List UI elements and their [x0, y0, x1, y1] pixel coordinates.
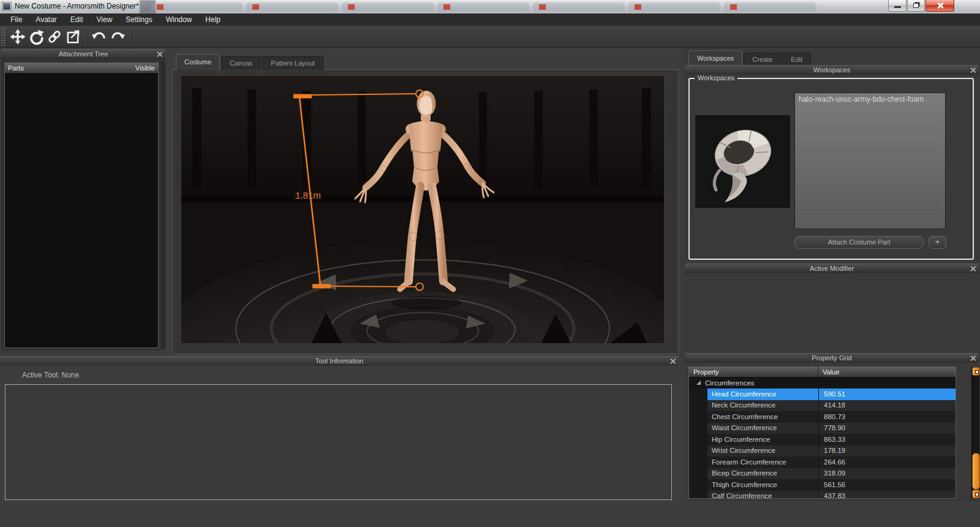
- property-row[interactable]: Hip Circumference 863.33: [689, 434, 956, 445]
- property-row[interactable]: Wrist Circumference 178.19: [689, 445, 956, 457]
- close-icon: [937, 2, 943, 9]
- property-name[interactable]: Head Circumference: [707, 389, 818, 400]
- title-bar[interactable]: New Costume - Armorsmith Designer*: [0, 0, 980, 13]
- move-tool-button[interactable]: [9, 28, 27, 46]
- close-panel-icon[interactable]: [970, 266, 976, 271]
- property-name[interactable]: Bicep Circumference: [707, 468, 818, 480]
- menu-help[interactable]: Help: [198, 14, 227, 25]
- property-value[interactable]: 880.73: [818, 411, 956, 423]
- close-panel-icon[interactable]: [970, 355, 976, 361]
- background-tab-favicon: [443, 4, 450, 10]
- close-button[interactable]: [925, 0, 954, 12]
- workspace-list-item[interactable]: halo-reach-unsc-army-bdu-chest-foam: [795, 93, 945, 105]
- background-browser-tab: [724, 2, 816, 12]
- rotate-tool-button[interactable]: [27, 28, 45, 46]
- parts-column-header[interactable]: Parts: [8, 64, 24, 72]
- menu-window[interactable]: Window: [159, 14, 199, 25]
- add-workspace-button[interactable]: +: [929, 236, 946, 249]
- value-column-header[interactable]: Value: [818, 367, 956, 377]
- tool-information-header[interactable]: Tool Information: [0, 356, 679, 366]
- application-window: New Costume - Armorsmith Designer* File …: [0, 0, 980, 527]
- scrollbar-thumb[interactable]: [972, 453, 980, 490]
- close-panel-icon[interactable]: [670, 358, 676, 364]
- link-tool-button[interactable]: [45, 28, 64, 46]
- property-value[interactable]: 318.09: [818, 468, 956, 480]
- window-title: New Costume - Armorsmith Designer*: [15, 2, 139, 10]
- background-browser-tab: [342, 2, 434, 12]
- toolbar: [0, 26, 980, 48]
- minimize-button[interactable]: [888, 0, 907, 12]
- menu-edit[interactable]: Edit: [64, 14, 90, 25]
- property-value[interactable]: 863.33: [818, 434, 956, 445]
- attachment-tree-header[interactable]: Attachment Tree: [1, 49, 165, 59]
- menu-view[interactable]: View: [90, 14, 119, 25]
- property-grid-columns: Property Value: [689, 367, 956, 377]
- scroll-down-button[interactable]: [972, 490, 980, 498]
- redo-button[interactable]: [108, 28, 127, 46]
- property-row[interactable]: Thigh Circumference 561.56: [689, 479, 956, 491]
- toolbar-gripper[interactable]: [0, 26, 5, 47]
- property-value[interactable]: 437.83: [818, 491, 956, 499]
- property-value[interactable]: 178.19: [818, 445, 956, 457]
- tab-costume[interactable]: Costume: [176, 54, 220, 70]
- workspace-thumbnail[interactable]: [695, 115, 790, 208]
- menu-file[interactable]: File: [4, 14, 29, 25]
- property-name[interactable]: Neck Circumference: [707, 400, 818, 412]
- property-row[interactable]: Head Circumference 590.51: [689, 389, 956, 400]
- menu-avatar[interactable]: Avatar: [29, 14, 63, 25]
- tab-create[interactable]: Create: [744, 53, 781, 66]
- 3d-viewport[interactable]: 1.81m: [181, 76, 664, 343]
- restore-icon: [913, 3, 919, 8]
- property-name[interactable]: Wrist Circumference: [707, 445, 818, 457]
- property-grid-header[interactable]: Property Grid: [685, 353, 979, 363]
- tab-pattern-layout[interactable]: Pattern Layout: [262, 56, 323, 70]
- property-value[interactable]: 778.90: [818, 423, 956, 434]
- attachment-tree-table[interactable]: Parts Visible: [4, 63, 159, 348]
- menu-settings[interactable]: Settings: [119, 14, 159, 25]
- restore-button[interactable]: [907, 0, 925, 12]
- property-row[interactable]: Forearm Circumference 264.66: [689, 457, 956, 468]
- property-row[interactable]: Chest Circumference 880.73: [689, 411, 956, 423]
- active-tool-label: Active Tool: None: [22, 371, 79, 379]
- rotate-icon: [28, 29, 44, 45]
- property-row[interactable]: Waist Circumference 778.90: [689, 423, 956, 434]
- link-icon: [47, 29, 62, 45]
- property-grid-scrollbar[interactable]: [971, 367, 979, 498]
- background-browser-tab: [151, 2, 243, 12]
- attach-costume-part-button[interactable]: Attach Costume Part: [794, 236, 924, 249]
- property-value[interactable]: 590.51: [818, 389, 956, 400]
- scroll-up-button[interactable]: [972, 367, 980, 376]
- property-column-header[interactable]: Property: [689, 367, 818, 377]
- circumferences-group-row[interactable]: Circumferences: [689, 377, 956, 389]
- costume-tab-content: 1.81m: [172, 69, 679, 354]
- active-modifier-header[interactable]: Active Modifier: [685, 264, 979, 273]
- property-row[interactable]: Bicep Circumference 318.09: [689, 468, 956, 480]
- workspace-list[interactable]: halo-reach-unsc-army-bdu-chest-foam: [794, 93, 946, 229]
- property-name[interactable]: Thigh Circumference: [707, 479, 818, 491]
- property-value[interactable]: 264.66: [818, 457, 956, 468]
- tab-edit[interactable]: Edit: [782, 53, 811, 66]
- property-name[interactable]: Calf Circumference: [707, 491, 818, 499]
- height-measurement-label: 1.81m: [295, 190, 321, 200]
- close-panel-icon[interactable]: [157, 51, 162, 57]
- attachment-tree-scrollbar[interactable]: [161, 63, 165, 348]
- property-value[interactable]: 414.18: [818, 400, 956, 412]
- minimize-icon: [894, 6, 901, 8]
- undo-button[interactable]: [90, 28, 108, 46]
- property-value[interactable]: 561.56: [818, 479, 956, 491]
- property-name[interactable]: Waist Circumference: [707, 423, 818, 434]
- canvas-tabs: Costume Canvas Pattern Layout: [176, 54, 325, 70]
- export-tool-button[interactable]: [64, 28, 82, 46]
- property-row[interactable]: Neck Circumference 414.18: [689, 400, 956, 412]
- property-name[interactable]: Chest Circumference: [707, 411, 818, 423]
- visible-column-header[interactable]: Visible: [135, 64, 155, 72]
- property-name[interactable]: Forearm Circumference: [707, 457, 818, 468]
- tool-information-box: [5, 384, 672, 500]
- collapse-triangle-icon[interactable]: [696, 381, 701, 385]
- workspaces-panel-header[interactable]: Workspaces: [685, 65, 979, 75]
- property-name[interactable]: Hip Circumference: [707, 434, 818, 445]
- property-row[interactable]: Calf Circumference 437.83: [689, 491, 956, 499]
- tab-workspaces[interactable]: Workspaces: [688, 50, 742, 66]
- close-panel-icon[interactable]: [970, 67, 976, 73]
- tab-canvas[interactable]: Canvas: [221, 56, 261, 70]
